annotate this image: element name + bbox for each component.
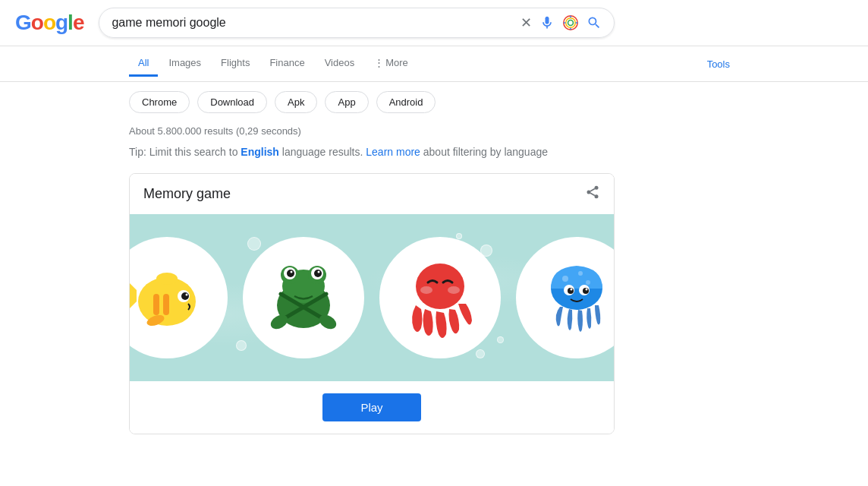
lens-button[interactable] <box>562 14 579 31</box>
tip-prefix: Tip: Limit this search to <box>129 146 241 158</box>
nav-tabs: All Images Flights Finance Videos ⋮ More… <box>0 46 868 82</box>
bubble-3 <box>236 340 247 351</box>
memory-game-title: Memory game <box>143 186 231 202</box>
svg-marker-15 <box>130 279 137 313</box>
bubble-1 <box>247 237 261 251</box>
octopus-svg <box>395 252 486 343</box>
tip-learn-more-link[interactable]: Learn more <box>366 146 420 158</box>
jellyfish-circle <box>516 237 614 358</box>
svg-point-2 <box>568 21 574 26</box>
svg-point-35 <box>416 264 464 309</box>
search-submit-button[interactable] <box>587 15 602 30</box>
svg-point-19 <box>186 294 188 296</box>
svg-point-27 <box>287 270 294 277</box>
svg-rect-14 <box>163 294 169 315</box>
svg-point-30 <box>318 271 320 273</box>
search-input[interactable]: game memori google <box>112 16 513 30</box>
tab-more[interactable]: ⋮ More <box>365 51 417 77</box>
play-area: Play <box>130 381 614 434</box>
bubble-4 <box>456 233 462 239</box>
fish-svg <box>130 252 212 343</box>
jellyfish-svg <box>531 252 614 343</box>
octopus-circle <box>379 237 501 358</box>
svg-point-37 <box>448 286 460 294</box>
svg-point-29 <box>291 271 293 273</box>
chip-android[interactable]: Android <box>376 91 436 113</box>
tab-tools[interactable]: Tools <box>698 52 739 76</box>
tab-all[interactable]: All <box>129 51 158 77</box>
bubble-7 <box>497 336 504 343</box>
memory-game-header: Memory game <box>130 174 614 214</box>
header: Google game memori google ✕ <box>0 0 868 46</box>
game-visual <box>130 214 614 381</box>
tab-images[interactable]: Images <box>159 51 210 77</box>
mic-button[interactable] <box>539 15 555 30</box>
svg-point-9 <box>595 194 599 198</box>
chip-download[interactable]: Download <box>197 91 267 113</box>
results-area: About 5.800.000 results (0,29 seconds) T… <box>0 122 868 450</box>
svg-point-39 <box>562 276 568 282</box>
tab-finance[interactable]: Finance <box>260 51 313 77</box>
search-bar: game memori google ✕ <box>99 8 615 38</box>
svg-point-1 <box>566 18 576 28</box>
tip-end: about filtering by language <box>423 146 548 158</box>
google-logo[interactable]: Google <box>15 11 83 35</box>
tip-english-link[interactable]: English <box>241 146 279 158</box>
svg-point-8 <box>587 191 591 194</box>
frog-circle <box>243 237 364 358</box>
chip-chrome[interactable]: Chrome <box>129 91 190 113</box>
svg-point-47 <box>586 289 588 291</box>
memory-game-card: Memory game <box>129 173 615 434</box>
tab-flights[interactable]: Flights <box>212 51 259 77</box>
frog-svg <box>258 252 349 343</box>
chips-row: Chrome Download Apk App Android <box>0 82 868 122</box>
svg-point-40 <box>578 271 583 276</box>
mic-icon <box>539 15 555 30</box>
results-count: About 5.800.000 results (0,29 seconds) <box>129 125 739 137</box>
svg-rect-13 <box>153 294 159 315</box>
svg-point-16 <box>156 273 178 285</box>
chip-app[interactable]: App <box>325 91 368 113</box>
tab-videos[interactable]: Videos <box>316 51 364 77</box>
bubble-6 <box>476 349 485 358</box>
tip-row: Tip: Limit this search to English langua… <box>129 146 739 158</box>
svg-point-7 <box>595 186 599 190</box>
share-icon[interactable] <box>585 185 600 204</box>
lens-icon <box>562 14 579 31</box>
svg-point-46 <box>571 289 573 291</box>
dots-icon: ⋮ <box>374 57 384 68</box>
clear-button[interactable]: ✕ <box>520 14 532 31</box>
svg-line-10 <box>590 193 595 195</box>
svg-point-28 <box>314 270 322 277</box>
svg-point-36 <box>420 286 432 294</box>
search-icon <box>587 15 602 30</box>
svg-point-18 <box>181 292 189 300</box>
svg-line-11 <box>590 188 595 191</box>
fish-circle <box>130 237 228 358</box>
svg-point-41 <box>586 280 590 285</box>
play-button[interactable]: Play <box>322 393 420 421</box>
tip-suffix: language results. <box>282 146 366 158</box>
chip-apk[interactable]: Apk <box>275 91 317 113</box>
